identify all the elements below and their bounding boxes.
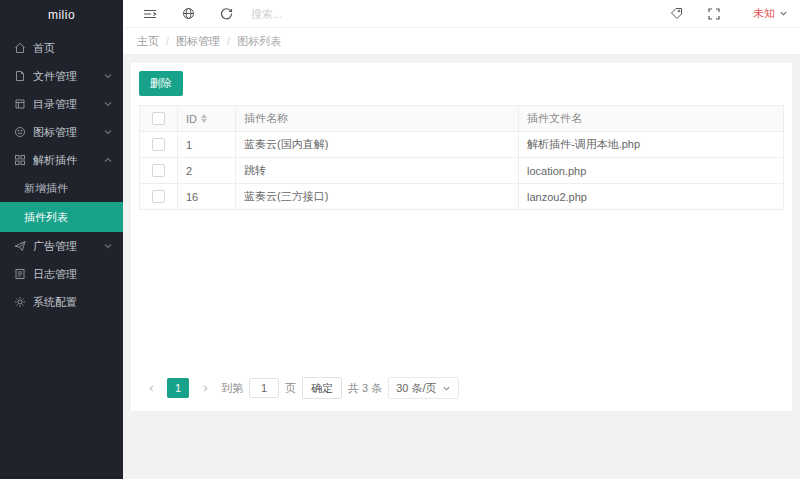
sidebar-nav: 首页 文件管理 目录管理	[0, 34, 123, 316]
sidebar-item-catalog[interactable]: 目录管理	[0, 90, 123, 118]
globe-icon[interactable]	[175, 0, 201, 28]
main-area: 未知 主页 / 图标管理 / 图标列表 删除	[123, 0, 800, 479]
total-count-label: 共 3 条	[348, 381, 382, 396]
plugin-table: ID 插件名称 插件文件名 1 蓝奏云(国内直解)	[139, 105, 784, 210]
cell-plugin-file: location.php	[519, 158, 784, 184]
sidebar-item-files[interactable]: 文件管理	[0, 62, 123, 90]
page-number-current[interactable]: 1	[167, 378, 189, 398]
home-icon	[13, 42, 26, 55]
sidebar-item-home[interactable]: 首页	[0, 34, 123, 62]
cell-plugin-file: 解析插件-调用本地.php	[519, 132, 784, 158]
column-header-id: ID	[186, 113, 197, 125]
row-checkbox[interactable]	[152, 138, 165, 151]
row-checkbox[interactable]	[152, 190, 165, 203]
plugins-submenu: 新增插件 插件列表	[0, 174, 123, 232]
breadcrumb-separator: /	[227, 35, 230, 47]
table-row: 16 蓝奏云(三方接口) lanzou2.php	[140, 184, 784, 210]
sidebar-item-label: 目录管理	[33, 97, 103, 112]
goto-page-input[interactable]	[249, 378, 279, 398]
app-logo: milio	[0, 0, 123, 30]
cell-plugin-name: 蓝奏云(三方接口)	[236, 184, 519, 210]
table-row: 1 蓝奏云(国内直解) 解析插件-调用本地.php	[140, 132, 784, 158]
table-header-row: ID 插件名称 插件文件名	[140, 106, 784, 132]
topbar: 未知	[123, 0, 800, 28]
search-input[interactable]	[251, 8, 401, 20]
chevron-down-icon	[103, 241, 113, 251]
plugin-list-card: 删除 ID 插件名称 插件文件名	[131, 63, 792, 411]
smiley-icon	[13, 126, 26, 139]
catalog-icon	[13, 98, 26, 111]
chevron-down-icon	[103, 127, 113, 137]
app-root: milio 首页 文件管理 目录管	[0, 0, 800, 479]
sidebar-item-ads[interactable]: 广告管理	[0, 232, 123, 260]
user-dropdown[interactable]: 未知	[753, 6, 788, 21]
sidebar-item-icons[interactable]: 图标管理	[0, 118, 123, 146]
prev-page-button[interactable]	[141, 378, 161, 398]
goto-suffix-label: 页	[285, 381, 296, 396]
breadcrumb-home[interactable]: 主页	[137, 34, 159, 49]
sidebar-item-settings[interactable]: 系统配置	[0, 288, 123, 316]
confirm-page-button[interactable]: 确定	[302, 377, 342, 399]
select-all-checkbox[interactable]	[152, 112, 165, 125]
table-row: 2 跳转 location.php	[140, 158, 784, 184]
sidebar-item-label: 图标管理	[33, 125, 103, 140]
breadcrumb-section[interactable]: 图标管理	[176, 34, 220, 49]
chevron-left-icon	[147, 384, 156, 393]
sidebar-item-label: 文件管理	[33, 69, 103, 84]
row-checkbox[interactable]	[152, 164, 165, 177]
cell-id: 2	[178, 158, 236, 184]
delete-button[interactable]: 删除	[139, 71, 183, 96]
column-header-file: 插件文件名	[519, 106, 784, 132]
breadcrumb-current: 图标列表	[237, 34, 281, 49]
sidebar-item-label: 解析插件	[33, 153, 103, 168]
sidebar-subitem-plugin-list[interactable]: 插件列表	[0, 202, 123, 232]
refresh-icon[interactable]	[213, 0, 239, 28]
sidebar-item-logs[interactable]: 日志管理	[0, 260, 123, 288]
cell-plugin-name: 跳转	[236, 158, 519, 184]
sidebar-item-label: 系统配置	[33, 295, 113, 310]
breadcrumb-separator: /	[166, 35, 169, 47]
gear-icon	[13, 296, 26, 309]
chevron-down-icon	[103, 71, 113, 81]
breadcrumb: 主页 / 图标管理 / 图标列表	[123, 28, 800, 55]
ad-plane-icon	[13, 240, 26, 253]
sidebar-item-label: 广告管理	[33, 239, 103, 254]
file-icon	[13, 70, 26, 83]
content-area: 删除 ID 插件名称 插件文件名	[123, 55, 800, 479]
sidebar: milio 首页 文件管理 目录管	[0, 0, 123, 479]
log-icon	[13, 268, 26, 281]
user-name: 未知	[753, 6, 775, 21]
card-spacer	[139, 210, 784, 373]
page-size-select[interactable]: 30 条/页	[388, 377, 458, 399]
chevron-up-icon	[103, 155, 113, 165]
chevron-right-icon	[201, 384, 210, 393]
chevron-down-icon	[103, 99, 113, 109]
next-page-button[interactable]	[195, 378, 215, 398]
chevron-down-icon	[442, 384, 451, 393]
plugin-grid-icon	[13, 154, 26, 167]
collapse-menu-icon[interactable]	[137, 0, 163, 28]
fullscreen-icon[interactable]	[701, 0, 727, 28]
goto-prefix-label: 到第	[221, 381, 243, 396]
cell-id: 1	[178, 132, 236, 158]
cell-id: 16	[178, 184, 236, 210]
sidebar-item-label: 首页	[33, 41, 113, 56]
sort-icon[interactable]	[201, 114, 207, 123]
column-header-name: 插件名称	[236, 106, 519, 132]
pagination: 1 到第 页 确定 共 3 条 30 条/页	[139, 373, 784, 405]
sidebar-subitem-add-plugin[interactable]: 新增插件	[0, 174, 123, 202]
cell-plugin-file: lanzou2.php	[519, 184, 784, 210]
page-size-label: 30 条/页	[396, 381, 436, 396]
sidebar-item-label: 日志管理	[33, 267, 113, 282]
tag-icon[interactable]	[663, 0, 689, 28]
cell-plugin-name: 蓝奏云(国内直解)	[236, 132, 519, 158]
sidebar-item-plugins[interactable]: 解析插件	[0, 146, 123, 174]
chevron-down-icon	[779, 9, 788, 18]
